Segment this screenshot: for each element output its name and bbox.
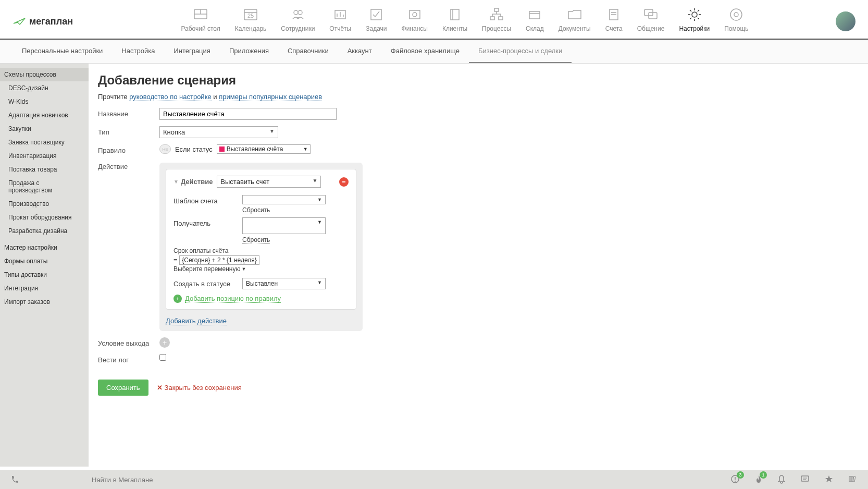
sidebar-scheme-item[interactable]: Производство (0, 197, 89, 211)
flow-icon (488, 6, 505, 23)
nav-label: Помощь (724, 25, 748, 32)
svg-rect-18 (490, 17, 494, 20)
top-nav: мегаплан Рабочий стол25КалендарьСотрудни… (0, 0, 868, 40)
subnav-item[interactable]: Настройка (112, 40, 164, 63)
nav-calendar[interactable]: 25Календарь (228, 4, 274, 39)
chevron-down-icon: ▼ (269, 128, 275, 134)
label-due: Срок оплаты счёта (173, 247, 349, 254)
sidebar-scheme-item[interactable]: Продажа с производством (0, 176, 89, 197)
type-select[interactable]: Кнопка▼ (159, 126, 278, 138)
sub-nav: Персональные настройкиНастройкаИнтеграци… (0, 40, 868, 64)
due-formula-input[interactable]: {Сегодня} + 2 * {1 неделя} (179, 255, 259, 265)
nav-label: Счета (605, 25, 623, 32)
logo-icon (13, 16, 26, 27)
svg-point-32 (730, 9, 742, 20)
invoice-icon (605, 6, 622, 23)
label-type: Тип (98, 126, 159, 136)
sidebar-scheme-item[interactable]: Прокат оборудования (0, 211, 89, 224)
subnav-item[interactable]: Бизнес-процессы и сделки (469, 40, 572, 63)
svg-point-14 (413, 13, 417, 17)
remove-action-button[interactable] (339, 177, 349, 187)
check-icon (368, 6, 385, 23)
logo[interactable]: мегаплан (13, 16, 73, 27)
nav-chat[interactable]: Общение (630, 4, 672, 39)
sidebar-scheme-item[interactable]: Поставка товара (0, 163, 89, 176)
sidebar-scheme-item[interactable]: Заявка поставщику (0, 136, 89, 149)
add-action-link[interactable]: Добавить действие (166, 317, 227, 325)
nav-box[interactable]: Склад (518, 4, 551, 39)
content: Добавление сценария Прочтите руководство… (89, 64, 868, 467)
svg-rect-24 (529, 11, 540, 19)
log-checkbox[interactable] (159, 354, 166, 361)
nav-safe[interactable]: Финансы (394, 4, 435, 39)
nav-desktop[interactable]: Рабочий стол (173, 4, 227, 39)
svg-text:25: 25 (247, 13, 254, 19)
subnav-item[interactable]: Справочники (278, 40, 338, 63)
chevron-down-icon: ▼ (317, 280, 322, 287)
subnav-item[interactable]: Персональные настройки (13, 40, 112, 63)
nav-flow[interactable]: Процессы (475, 4, 518, 39)
label-rule: Правило (98, 144, 159, 154)
choose-variable-link[interactable]: Выберите переменную▼ (173, 265, 246, 273)
status-select[interactable]: Выставление счёта ▼ (217, 144, 311, 154)
nav-label: Общение (637, 25, 665, 32)
close-icon: ✕ (157, 384, 163, 392)
sidebar-scheme-item[interactable]: DESC-дизайн (0, 81, 89, 95)
nav-check[interactable]: Задачи (358, 4, 394, 39)
nav-gear[interactable]: Настройки (672, 4, 717, 39)
template-reset[interactable]: Сбросить (242, 206, 270, 214)
sidebar-extra-item[interactable]: Формы оплаты (0, 254, 89, 268)
sidebar-extra-item[interactable]: Типы доставки (0, 268, 89, 282)
nav-folder[interactable]: Документы (551, 4, 598, 39)
plus-icon[interactable]: + (173, 295, 182, 303)
nav-label: Задачи (366, 25, 387, 32)
chevron-down-icon: ▼ (303, 146, 308, 152)
nav-people[interactable]: Сотрудники (274, 4, 322, 39)
user-avatar[interactable] (836, 11, 855, 31)
book-icon (447, 6, 463, 23)
label-create-status: Создать в статусе (173, 278, 236, 288)
subnav-item[interactable]: Файловое хранилище (381, 40, 469, 63)
hint-line: Прочтите руководство по настройке и прим… (98, 93, 853, 101)
subnav-item[interactable]: Приложения (220, 40, 278, 63)
sidebar-extra-item[interactable]: Мастер настройки (0, 241, 89, 254)
sidebar-scheme-item[interactable]: W-Kids (0, 95, 89, 108)
sidebar-extra-item[interactable]: Импорт заказов (0, 295, 89, 309)
action-type-select[interactable]: Выставить счет▼ (217, 176, 321, 188)
subnav-item[interactable]: Интеграция (164, 40, 220, 63)
recipient-reset[interactable]: Сбросить (242, 236, 270, 244)
label-log: Вести лог (98, 354, 159, 364)
sidebar-scheme-item[interactable]: Адаптация новичков (0, 108, 89, 122)
nav-label: Процессы (482, 25, 511, 32)
sidebar-scheme-item[interactable]: Инвентаризация (0, 149, 89, 163)
action-panel: ▼ Действие Выставить счет▼ Шаблон счета (159, 163, 363, 331)
hint-link-guide[interactable]: руководство по настройке (129, 93, 212, 101)
nav-book[interactable]: Клиенты (435, 4, 475, 39)
folder-icon (566, 6, 583, 23)
sidebar-scheme-item[interactable]: Закупки (0, 122, 89, 136)
collapse-icon[interactable]: ▼ (173, 179, 179, 185)
subnav-item[interactable]: Аккаунт (338, 40, 381, 63)
not-toggle[interactable]: НЕ (159, 144, 171, 154)
recipient-select[interactable]: ▼ (242, 217, 326, 234)
hint-link-examples[interactable]: примеры популярных сценариев (219, 93, 322, 101)
sidebar-scheme-item[interactable]: Разработка дизайна (0, 224, 89, 238)
cancel-link[interactable]: ✕ Закрыть без сохранения (157, 384, 242, 392)
svg-rect-15 (451, 9, 459, 20)
template-select[interactable]: ▼ (242, 195, 326, 204)
nav-label: Рабочий стол (181, 25, 220, 32)
save-button[interactable]: Сохранить (98, 380, 148, 396)
rule-if-status: Если статус (175, 145, 213, 153)
name-input[interactable] (159, 108, 337, 120)
minus-icon (341, 179, 346, 185)
add-exit-button[interactable]: + (159, 337, 170, 348)
chevron-down-icon: ▼ (317, 219, 322, 232)
nav-help[interactable]: Помощь (717, 4, 755, 39)
help-icon (728, 6, 745, 23)
label-action: Действие (98, 161, 159, 170)
add-position-link[interactable]: Добавить позицию по правилу (185, 295, 281, 303)
nav-chart[interactable]: Отчёты (322, 4, 358, 39)
sidebar-extra-item[interactable]: Интеграция (0, 282, 89, 295)
create-status-select[interactable]: Выставлен▼ (242, 278, 326, 289)
nav-invoice[interactable]: Счета (598, 4, 630, 39)
